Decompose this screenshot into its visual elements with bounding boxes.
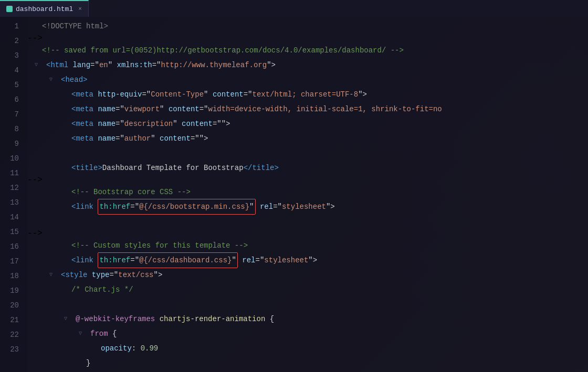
code-line-3: ▽ <html lang =" en " xmlns:th =" http://… [27,58,588,72]
eq5: =" [116,102,124,116]
q12: "> [326,199,335,214]
val-type: text/css [118,268,153,282]
comment-bootstrap: <!-- Bootstrap core CSS --> [71,185,191,199]
code-line-19: ▽ @-webkit-keyframes chartjs-render-anim… [27,312,588,326]
val-content-type: Content-Type [151,87,204,102]
editor-area: 1 2 3 4 5 6 7 8 9 10 11 12 13 14 15 16 1… [0,17,588,372]
line-num-9: 9 [0,136,19,151]
line-num-10: 10 [0,151,19,166]
q15: "> [153,268,162,282]
eq4: =" [244,87,253,102]
tab-filename: dashboard.html [16,5,73,13]
tab-close-button[interactable]: × [78,6,82,12]
code-line-4: ▽ <head> [27,72,588,87]
line-num-12: 12 [0,180,19,195]
tab-dashboard-html[interactable]: dashboard.html × [0,0,89,17]
code-line-22: } [27,356,588,370]
line-num-5: 5 [0,78,19,92]
code-line-7: <meta name =" description " content =""> [27,116,588,131]
q13: " [232,253,236,268]
line-num-8: 8 [0,122,19,136]
code-line-21: opacity : 0.99 [27,341,588,356]
comment-chartjs: /* Chart.js */ [71,282,133,297]
attr-content2: content [169,102,200,116]
tag-link1-open: <link [71,199,98,214]
code-line-18 [27,297,588,312]
brace2: { [108,326,117,341]
val-bootstrap-css: @{/css/bootstrap.min.css} [139,199,249,214]
tag-meta2: <meta [71,102,98,116]
code-line-1: <!DOCTYPE html> [27,19,588,34]
code-line-13 [27,214,588,229]
attr-http-equiv: http-equiv [98,87,142,102]
attr-th-href1: th:href [99,199,130,214]
line-num-19: 19 [0,283,19,298]
val-opacity: 0.99 [141,341,159,356]
q10: =""> [191,131,208,146]
q11: " [249,199,254,214]
comment-saved: <!-- saved from url=(0052)http://getboot… [42,43,404,58]
line-num-14: 14 [0,210,19,225]
line-num-18: 18 [0,269,19,283]
code-line-9 [27,146,588,161]
attr-rel2: rel [242,253,255,268]
attr-type: type [92,268,110,282]
q4: "> [358,87,367,102]
tag-title-close: </title> [244,161,279,175]
line-num-3: 3 [0,48,19,63]
val-stylesheet2: stylesheet [264,253,308,268]
line-num-7: 7 [0,107,19,122]
q14: "> [308,253,317,268]
line-num-1: 1 [0,19,19,34]
val-viewport: viewport [124,102,160,116]
q2: "> [267,58,276,72]
attr-name-author: name [98,131,116,146]
space1 [256,199,260,214]
code-line-11: <!-- Bootstrap core CSS --> [27,185,588,199]
brace3: } [86,356,90,370]
attr-content1: content [213,87,244,102]
line-num-4: 4 [0,63,19,78]
eq3: =" [142,87,151,102]
q8: =""> [213,116,230,131]
line-num-11: 11 [0,166,19,180]
code-line-20: ▽ from { [27,326,588,341]
tag-meta3: <meta [71,116,98,131]
attr-content3: content [182,116,213,131]
eq2: =" [152,58,161,72]
code-line-14: <!-- Custom styles for this template --> [27,238,588,253]
eq9: =" [116,131,124,146]
eq10: =" [130,199,139,214]
tag-meta4: <meta [71,131,98,146]
line-num-21: 21 [0,313,19,327]
q7: " [173,116,182,131]
line-numbers: 1 2 3 4 5 6 7 8 9 10 11 12 13 14 15 16 1… [0,17,27,372]
eq6: =" [200,102,208,116]
eq13: =" [256,253,265,268]
attr-rel1: rel [260,199,273,214]
doctype-decl: <!DOCTYPE html> [42,19,108,34]
attr-name-desc: name [98,116,116,131]
code-line-12: <link th:href =" @{/css/bootstrap.min.cs… [27,199,588,214]
code-line-10: <title> Dashboard Template for Bootstrap… [27,161,588,175]
q5: " [160,102,169,116]
file-icon [6,6,13,12]
eq14: =" [109,268,118,282]
q1: " [108,58,117,72]
keyword-from: from [90,326,108,341]
attr-content4: content [160,131,191,146]
line-num-6: 6 [0,92,19,107]
eq12: =" [130,253,139,268]
code-content: <!DOCTYPE html> --> <!-- saved from url=… [27,17,588,372]
val-stylesheet1: stylesheet [282,199,326,214]
eq1: =" [90,58,99,72]
colon1: : [132,341,141,356]
prop-opacity: opacity [101,341,132,356]
code-line-2: <!-- saved from url=(0052)http://getboot… [27,43,588,58]
val-ct: text/html; charset=UTF-8 [253,87,359,102]
val-dashboard-css: @{/css/dashboard.css} [139,253,232,268]
tab-bar: dashboard.html × [0,0,588,17]
tag-style-open: <style [61,268,92,282]
val-vp-content: width=device-width, initial-scale=1, shr… [208,102,442,116]
q9: " [151,131,160,146]
